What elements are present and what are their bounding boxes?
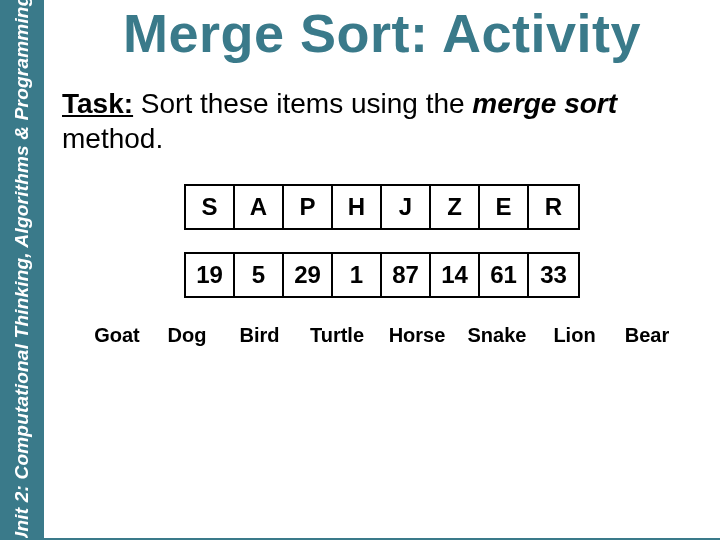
- letter-cell: H: [333, 186, 382, 228]
- letters-row: S A P H J Z E R: [184, 184, 580, 230]
- number-cell: 5: [235, 254, 284, 296]
- letter-cell: S: [186, 186, 235, 228]
- letter-cell: Z: [431, 186, 480, 228]
- animal-cell: Horse: [377, 324, 457, 347]
- letter-cell: E: [480, 186, 529, 228]
- animals-row: Goat Dog Bird Turtle Horse Snake Lion Be…: [62, 324, 702, 347]
- animal-cell: Bird: [222, 324, 297, 347]
- task-text-1: Sort these items using the: [133, 88, 472, 119]
- task-text-2: method.: [62, 123, 163, 154]
- animal-cell: Lion: [537, 324, 612, 347]
- animal-cell: Bear: [612, 324, 682, 347]
- number-cell: 61: [480, 254, 529, 296]
- letter-cell: P: [284, 186, 333, 228]
- number-cell: 87: [382, 254, 431, 296]
- number-cell: 14: [431, 254, 480, 296]
- slide-title: Merge Sort: Activity: [62, 2, 702, 64]
- number-cell: 19: [186, 254, 235, 296]
- letter-cell: R: [529, 186, 578, 228]
- task-method: merge sort: [472, 88, 617, 119]
- sidebar-unit-band: Unit 2: Computational Thinking, Algorith…: [0, 0, 44, 540]
- letter-cell: J: [382, 186, 431, 228]
- animal-cell: Dog: [152, 324, 222, 347]
- animal-cell: Goat: [82, 324, 152, 347]
- animal-cell: Turtle: [297, 324, 377, 347]
- task-label: Task:: [62, 88, 133, 119]
- task-paragraph: Task: Sort these items using the merge s…: [62, 86, 702, 156]
- numbers-row-wrap: 19 5 29 1 87 14 61 33: [62, 252, 702, 298]
- number-cell: 1: [333, 254, 382, 296]
- number-cell: 33: [529, 254, 578, 296]
- letters-row-wrap: S A P H J Z E R: [62, 184, 702, 230]
- letter-cell: A: [235, 186, 284, 228]
- numbers-row: 19 5 29 1 87 14 61 33: [184, 252, 580, 298]
- animal-cell: Snake: [457, 324, 537, 347]
- number-cell: 29: [284, 254, 333, 296]
- slide-content: Merge Sort: Activity Task: Sort these it…: [44, 0, 720, 540]
- sidebar-unit-label: Unit 2: Computational Thinking, Algorith…: [11, 0, 33, 540]
